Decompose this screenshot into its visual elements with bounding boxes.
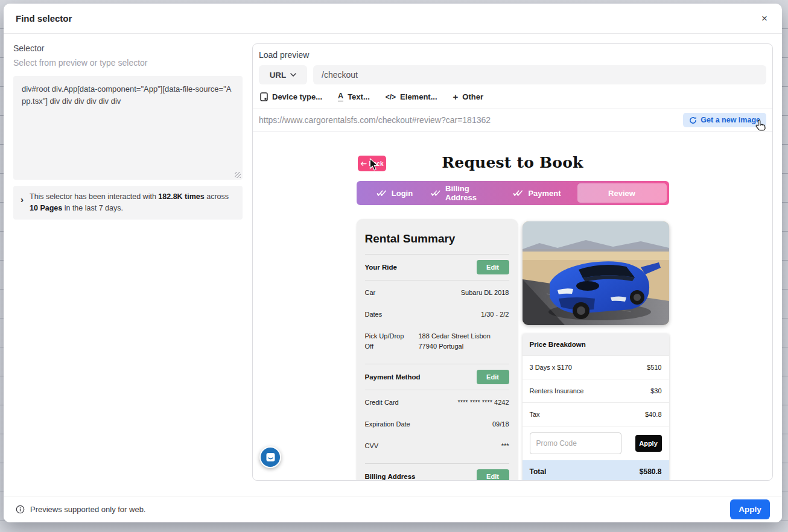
detail-row: Credit Card **** **** **** 4242 (365, 397, 509, 408)
text-icon: A (338, 92, 343, 101)
step-label: Login (392, 189, 413, 198)
apply-promo-button[interactable]: Apply (635, 435, 662, 452)
detail-label: Car (365, 288, 408, 298)
info-icon (16, 505, 25, 514)
apply-button[interactable]: Apply (730, 499, 770, 519)
ride-details: Car Subaru DL 2018 Dates 1/30 - 2/2 Pick… (365, 280, 509, 364)
selector-label: Selector (13, 43, 243, 53)
checkout-title: Request to Book (357, 154, 669, 171)
detail-value: 1/30 - 2/2 (481, 309, 509, 320)
rental-summary-card: Rental Summary Your Ride Edit Car Subaru… (357, 219, 518, 480)
back-arrow-icon (360, 161, 367, 166)
detail-value: Subaru DL 2018 (461, 288, 509, 298)
preview-url-row: https://www.cargorentalsfs.com/checkout#… (253, 109, 772, 131)
price-label: Tax (530, 411, 540, 418)
modal-header: Find selector × (4, 4, 782, 34)
price-breakdown-header: Price Breakdown (523, 334, 669, 355)
code-icon: </> (386, 93, 396, 101)
edit-ride-button[interactable]: Edit (477, 260, 509, 274)
checkout-body: Rental Summary Your Ride Edit Car Subaru… (357, 219, 669, 480)
text-filter[interactable]: A Text... (338, 92, 370, 101)
get-new-image-button[interactable]: Get a new image (683, 113, 766, 127)
price-row: Renters Insurance $30 (523, 379, 669, 402)
selector-subtitle: Select from preview or type selector (13, 58, 243, 68)
step-payment[interactable]: Payment (501, 189, 573, 198)
promo-code-input[interactable] (530, 432, 621, 454)
detail-label: CVV (365, 441, 379, 451)
billing-address-heading: Billing Address (365, 473, 416, 480)
close-icon[interactable]: × (759, 11, 770, 26)
total-value: $580.8 (640, 467, 662, 476)
chat-icon (265, 452, 276, 462)
footer-note-text: Previews supported only for web. (30, 505, 145, 514)
device-icon (260, 92, 268, 101)
resize-handle[interactable] (235, 172, 241, 178)
detail-label: Credit Card (365, 397, 399, 408)
edit-billing-button[interactable]: Edit (477, 469, 509, 480)
selector-value: div#root div.App[data-component="App"][d… (22, 84, 231, 106)
checkout-steps: Login Billing Address Payment Review (357, 181, 669, 205)
selector-stats-note: › This selector has been interacted with… (13, 186, 243, 220)
device-type-filter[interactable]: Device type... (260, 92, 322, 101)
payment-method-section: Payment Method Edit (365, 364, 509, 390)
element-filter[interactable]: </> Element... (386, 92, 437, 101)
promo-row: Apply (523, 426, 669, 460)
total-row: Total $580.8 (523, 460, 669, 480)
checkout-right-column: Price Breakdown 3 Days x $170 $510 Rente… (523, 219, 669, 480)
your-ride-heading: Your Ride (365, 264, 397, 271)
completed-check-icon (430, 190, 442, 197)
payment-details: Credit Card **** **** **** 4242 Expirati… (365, 390, 509, 463)
filter-label: Text... (348, 92, 370, 101)
price-label: 3 Days x $170 (530, 364, 572, 371)
filter-label: Element... (400, 92, 437, 101)
refresh-icon (689, 116, 697, 124)
selector-panel: Selector Select from preview or type sel… (13, 43, 243, 220)
car-photo (523, 221, 669, 325)
get-new-image-label: Get a new image (701, 116, 760, 124)
detail-row: Car Subaru DL 2018 (365, 288, 509, 298)
footer-note: Previews supported only for web. (16, 505, 145, 514)
selector-input[interactable]: div#root div.App[data-component="App"][d… (13, 76, 243, 180)
preview-url: https://www.cargorentalsfs.com/checkout#… (259, 115, 491, 125)
billing-address-section: Billing Address Edit (365, 464, 509, 480)
detail-value: 09/18 (492, 419, 509, 429)
other-filter[interactable]: + Other (453, 92, 483, 102)
detail-value: 188 Cedar Street Lisbon 77940 Portugal (419, 331, 509, 352)
price-value: $40.8 (645, 411, 662, 418)
edit-payment-button[interactable]: Edit (477, 370, 509, 384)
checkout-preview: Back Request to Book Login Billing Addre… (357, 154, 669, 480)
url-input-row: URL (253, 61, 772, 84)
chevron-right-icon[interactable]: › (21, 193, 24, 214)
detail-row: Pick Up/Drop Off 188 Cedar Street Lisbon… (365, 331, 509, 352)
step-review[interactable]: Review (577, 183, 667, 203)
selector-stats-text: This selector has been interacted with 1… (30, 191, 235, 214)
load-preview-title: Load preview (253, 44, 772, 61)
checkout-header: Back Request to Book (357, 154, 669, 176)
url-type-value: URL (270, 71, 287, 80)
site-preview[interactable]: Back Request to Book Login Billing Addre… (253, 131, 772, 480)
detail-label: Pick Up/Drop Off (365, 331, 408, 352)
chevron-down-icon (290, 73, 296, 77)
path-input[interactable] (313, 65, 766, 84)
your-ride-section: Your Ride Edit (365, 255, 509, 280)
step-billing-address[interactable]: Billing Address (430, 184, 501, 202)
price-value: $510 (647, 364, 661, 371)
step-label: Payment (528, 189, 561, 198)
detail-row: Dates 1/30 - 2/2 (365, 309, 509, 320)
back-button[interactable]: Back (358, 156, 386, 171)
rental-summary-title: Rental Summary (365, 227, 509, 254)
plus-icon: + (453, 92, 459, 102)
step-login[interactable]: Login (359, 189, 430, 198)
price-breakdown-card: Price Breakdown 3 Days x $170 $510 Rente… (523, 334, 669, 480)
step-label: Billing Address (445, 184, 501, 202)
modal-footer: Previews supported only for web. Apply (4, 496, 782, 522)
load-preview-panel: Load preview URL Device type... A Text..… (252, 43, 773, 481)
detail-label: Expiration Date (365, 419, 410, 429)
url-type-select[interactable]: URL (259, 65, 307, 84)
chat-widget-button[interactable] (259, 446, 281, 468)
price-row: 3 Days x $170 $510 (523, 355, 669, 379)
modal-title: Find selector (16, 13, 72, 24)
filter-label: Other (462, 92, 483, 101)
completed-check-icon (512, 190, 524, 197)
filter-label: Device type... (272, 92, 322, 101)
